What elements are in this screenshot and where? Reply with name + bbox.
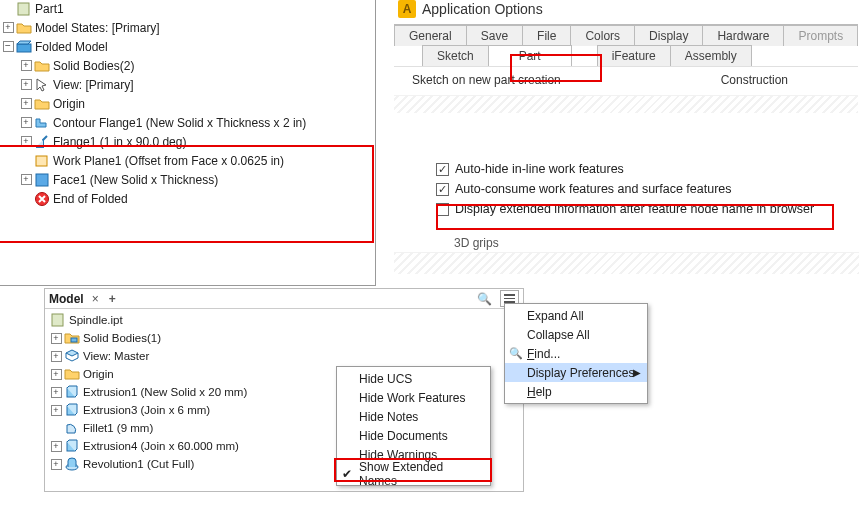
tree-row-work-plane[interactable]: Work Plane1 (Offset from Face x 0.0625 i… bbox=[0, 151, 375, 170]
fillet-icon bbox=[64, 420, 80, 436]
tree-row-contour-flange[interactable]: Contour Flange1 (New Solid x Thickness x… bbox=[0, 113, 375, 132]
tree-label: Origin bbox=[53, 97, 85, 111]
menu-item-hide-work-features[interactable]: Hide Work Features bbox=[337, 388, 490, 407]
cursor-icon bbox=[34, 77, 50, 93]
tab-hardware[interactable]: Hardware bbox=[702, 25, 784, 46]
collapse-icon[interactable] bbox=[1, 40, 15, 54]
tree-label: End of Folded bbox=[53, 192, 128, 206]
expand-icon[interactable] bbox=[49, 403, 63, 417]
extrusion-icon bbox=[64, 438, 80, 454]
tree-label: Work Plane1 (Offset from Face x 0.0625 i… bbox=[53, 154, 284, 168]
tree-row-folded-model[interactable]: Folded Model bbox=[0, 37, 375, 56]
expand-icon[interactable] bbox=[49, 367, 63, 381]
options-section-row: Sketch on new part creation Construction bbox=[394, 66, 858, 91]
menu-item-find[interactable]: 🔍Find... bbox=[505, 344, 647, 363]
menu-item-hide-notes[interactable]: Hide Notes bbox=[337, 407, 490, 426]
part-icon bbox=[16, 1, 32, 17]
tree-row-view[interactable]: View: [Primary] bbox=[0, 75, 375, 94]
tree-row-face[interactable]: Face1 (New Solid x Thickness) bbox=[0, 170, 375, 189]
expand-icon[interactable] bbox=[19, 78, 33, 92]
folded-model-icon bbox=[16, 39, 32, 55]
torn-edge-decoration bbox=[394, 95, 858, 113]
tab-display[interactable]: Display bbox=[634, 25, 703, 46]
work-plane-icon bbox=[34, 153, 50, 169]
extrusion-icon bbox=[64, 384, 80, 400]
folder-icon bbox=[34, 58, 50, 74]
svg-rect-2 bbox=[36, 156, 47, 166]
checkbox-checked-icon[interactable]: ✓ bbox=[436, 183, 449, 196]
context-menu-hide-options: Hide UCS Hide Work Features Hide Notes H… bbox=[336, 366, 491, 486]
expand-icon[interactable] bbox=[19, 59, 33, 73]
tab-save[interactable]: Save bbox=[466, 25, 523, 46]
expand-icon[interactable] bbox=[49, 385, 63, 399]
menu-item-help[interactable]: Help bbox=[505, 382, 647, 401]
checkbox-checked-icon[interactable]: ✓ bbox=[436, 163, 449, 176]
expand-icon[interactable] bbox=[49, 349, 63, 363]
folder-solid-icon bbox=[64, 330, 80, 346]
expand-icon[interactable] bbox=[49, 439, 63, 453]
tree-row-flange[interactable]: Flange1 (1 in x 90.0 deg) bbox=[0, 132, 375, 151]
folder-icon bbox=[34, 96, 50, 112]
expand-icon[interactable] bbox=[19, 97, 33, 111]
checkbox-auto-hide[interactable]: ✓ Auto-hide in-line work features bbox=[436, 162, 852, 176]
expand-icon[interactable] bbox=[49, 457, 63, 471]
expand-icon[interactable] bbox=[1, 21, 15, 35]
tree-row-model-states[interactable]: Model States: [Primary] bbox=[0, 18, 375, 37]
tree-label: Solid Bodies(2) bbox=[53, 59, 134, 73]
face-icon bbox=[34, 172, 50, 188]
tab-file[interactable]: File bbox=[522, 25, 571, 46]
tab-part[interactable]: Part bbox=[488, 45, 572, 66]
tree-label: Folded Model bbox=[35, 40, 108, 54]
expand-icon[interactable] bbox=[49, 331, 63, 345]
tab-sketch[interactable]: Sketch bbox=[422, 45, 489, 66]
torn-edge-decoration bbox=[394, 252, 859, 274]
tree-label: Face1 (New Solid x Thickness) bbox=[53, 173, 218, 187]
menu-item-show-extended-names[interactable]: ✔Show Extended Names bbox=[337, 464, 490, 483]
menu-item-hide-ucs[interactable]: Hide UCS bbox=[337, 369, 490, 388]
application-options-panel: A Application Options General Save File … bbox=[394, 0, 858, 113]
menu-item-display-preferences[interactable]: Display Preferences▶ bbox=[505, 363, 647, 382]
tab-prompts[interactable]: Prompts bbox=[783, 25, 858, 46]
checkbox-unchecked-icon[interactable] bbox=[436, 203, 449, 216]
expand-icon[interactable] bbox=[19, 173, 33, 187]
checkbox-display-extended[interactable]: Display extended information after featu… bbox=[436, 202, 852, 216]
part-file-icon bbox=[50, 312, 66, 328]
tree-label: Flange1 (1 in x 90.0 deg) bbox=[53, 135, 186, 149]
tree-label: Part1 bbox=[35, 2, 64, 16]
folder-icon bbox=[16, 20, 32, 36]
search-icon: 🔍 bbox=[509, 347, 523, 360]
view-icon bbox=[64, 348, 80, 364]
tree-row-origin[interactable]: Origin bbox=[0, 94, 375, 113]
tab-assembly[interactable]: Assembly bbox=[670, 45, 752, 66]
tree-row-end-folded[interactable]: End of Folded bbox=[0, 189, 375, 208]
tree-row-part[interactable]: Part1 bbox=[0, 0, 375, 18]
expand-icon[interactable] bbox=[19, 135, 33, 149]
tab-general[interactable]: General bbox=[394, 25, 467, 46]
browser-tree-folded-model: Part1 Model States: [Primary] Folded Mod… bbox=[0, 0, 376, 286]
close-tab-button[interactable]: × bbox=[88, 292, 103, 306]
app-icon: A bbox=[398, 0, 416, 18]
tree-label: Contour Flange1 (New Solid x Thickness x… bbox=[53, 116, 306, 130]
flange-icon bbox=[34, 134, 50, 150]
options-checkbox-group: ✓ Auto-hide in-line work features ✓ Auto… bbox=[436, 156, 852, 222]
expand-icon[interactable] bbox=[19, 116, 33, 130]
menu-item-collapse-all[interactable]: Collapse All bbox=[505, 325, 647, 344]
svg-rect-3 bbox=[36, 174, 48, 186]
checkbox-auto-consume[interactable]: ✓ Auto-consume work features and surface… bbox=[436, 182, 852, 196]
search-icon[interactable]: 🔍 bbox=[477, 292, 492, 306]
tab-ifeature[interactable]: iFeature bbox=[597, 45, 671, 66]
folder-icon bbox=[64, 366, 80, 382]
tree-label: View: [Primary] bbox=[53, 78, 133, 92]
tab-colors[interactable]: Colors bbox=[570, 25, 635, 46]
add-tab-button[interactable]: + bbox=[107, 292, 118, 306]
svg-rect-1 bbox=[17, 44, 31, 52]
application-options-title: A Application Options bbox=[394, 0, 858, 24]
tree-row-solid-bodies[interactable]: Solid Bodies(1) bbox=[45, 329, 523, 347]
revolution-icon bbox=[64, 456, 80, 472]
menu-item-expand-all[interactable]: Expand All bbox=[505, 306, 647, 325]
tree-row-spindle[interactable]: Spindle.ipt bbox=[45, 311, 523, 329]
tree-row-solid-bodies[interactable]: Solid Bodies(2) bbox=[0, 56, 375, 75]
check-icon: ✔ bbox=[342, 467, 352, 481]
menu-item-hide-documents[interactable]: Hide Documents bbox=[337, 426, 490, 445]
tree-row-view-master[interactable]: View: Master bbox=[45, 347, 523, 365]
